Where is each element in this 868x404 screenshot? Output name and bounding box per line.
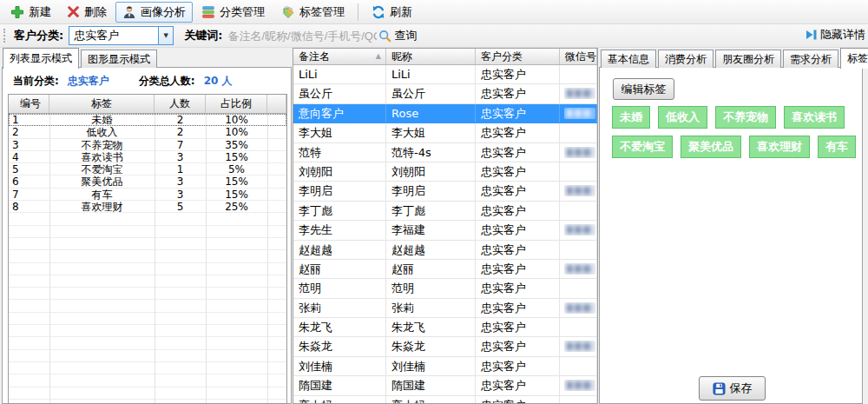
- save-button[interactable]: 保存: [699, 376, 766, 401]
- search-button[interactable]: 查询: [378, 28, 417, 43]
- keyword-label: 关键词:: [184, 28, 222, 43]
- column-header-remark[interactable]: 备注名 ▲: [293, 49, 386, 64]
- profile-analysis-button[interactable]: 画像分析: [115, 2, 193, 23]
- column-header-filler: [267, 95, 286, 113]
- refresh-label: 刷新: [390, 4, 412, 20]
- table-row[interactable]: 4 喜欢读书 3 15%: [9, 151, 286, 163]
- customer-row[interactable]: 刘朝阳 刘朝阳 忠实客户: [293, 162, 597, 182]
- wechat-id-blurred: [564, 224, 595, 235]
- customer-row[interactable]: 刘佳楠 刘佳楠 忠实客户: [293, 357, 597, 376]
- collapse-right-icon: [806, 29, 818, 41]
- tag-chip[interactable]: 低收入: [658, 106, 707, 129]
- customer-row[interactable]: 李明启 李明启 忠实客户: [293, 182, 597, 201]
- customer-row[interactable]: 范特 范特-4s 忠实客户: [293, 143, 597, 162]
- tag-chip[interactable]: 不爱淘宝: [612, 136, 673, 158]
- category-select-value: 忠实客户: [74, 28, 119, 43]
- customer-row[interactable]: 李丁彪 李丁彪 忠实客户: [293, 202, 597, 221]
- toolbar-separator: [358, 3, 358, 21]
- tags-icon: [280, 5, 295, 19]
- edit-tags-button[interactable]: 编辑标签: [613, 78, 674, 100]
- customer-row[interactable]: 隋国建 隋国建 忠实客户: [293, 376, 597, 395]
- tag-manage-label: 标签管理: [299, 4, 345, 20]
- detail-tab[interactable]: 朋友圈分析: [715, 50, 781, 68]
- plus-icon: [10, 5, 24, 19]
- display-mode-tab[interactable]: 图形显示模式: [81, 50, 157, 68]
- table-row[interactable]: 5 不爱淘宝 1 5%: [9, 163, 286, 176]
- toolbar-grip[interactable]: [3, 29, 8, 43]
- detail-tab[interactable]: 标签: [840, 48, 868, 69]
- customer-row[interactable]: 张莉 张莉 忠实客户: [293, 299, 597, 318]
- wechat-id-blurred: [564, 108, 595, 119]
- tag-stats-table-body: 1 未婚 2 10% 2 低收入 2 10% 3 不养宠物: [9, 114, 286, 403]
- edit-tags-label: 编辑标签: [621, 82, 667, 97]
- column-header-no[interactable]: 编号: [9, 95, 49, 113]
- column-header-tag[interactable]: 标签: [49, 95, 155, 113]
- sort-asc-icon: ▲: [376, 49, 381, 64]
- customer-row[interactable]: 李大姐 李大姐 忠实客户: [293, 123, 597, 142]
- new-button[interactable]: 新建: [3, 2, 58, 23]
- tag-chip[interactable]: 不养宠物: [715, 106, 776, 129]
- tag-chip[interactable]: 喜欢读书: [784, 106, 845, 129]
- detail-tab[interactable]: 基本信息: [601, 50, 656, 68]
- column-header-wechat[interactable]: 微信号: [560, 49, 597, 64]
- customer-row[interactable]: 意向客户 Rose 忠实客户: [293, 104, 597, 123]
- table-row[interactable]: 8 喜欢理财 5 25%: [9, 201, 286, 213]
- wechat-id-blurred: [564, 302, 595, 314]
- column-header-count[interactable]: 人数: [155, 95, 206, 113]
- table-row[interactable]: 1 未婚 2 10%: [9, 114, 286, 126]
- profile-analysis-label: 画像分析: [141, 4, 186, 20]
- customer-row[interactable]: 朱龙飞 朱龙飞 忠实客户: [293, 318, 597, 337]
- customer-row[interactable]: 虽公斤 虽公斤 忠实客户: [293, 84, 597, 103]
- display-mode-tab[interactable]: 列表显示模式: [3, 48, 79, 69]
- refresh-button[interactable]: 刷新: [365, 2, 419, 23]
- tag-stats-panel: 当前分类: 忠实客户 分类总人数: 20 人 编号 标签 人数 占比例 1 未婚…: [2, 67, 292, 404]
- category-filter-label: 客户分类:: [14, 28, 63, 43]
- detail-tabs: 基本信息 消费分析 朋友圈分析 需求分析 标签: [601, 48, 868, 68]
- category-bars-icon: [201, 5, 215, 19]
- search-button-label: 查询: [394, 28, 417, 43]
- wechat-id-blurred: [564, 263, 595, 275]
- column-header-category[interactable]: 客户分类: [476, 49, 560, 64]
- new-button-label: 新建: [29, 4, 51, 20]
- wechat-id-blurred: [564, 380, 595, 391]
- tag-manage-button[interactable]: 标签管理: [273, 2, 352, 23]
- category-manage-label: 分类管理: [220, 4, 265, 20]
- hide-details-button[interactable]: 隐藏详情: [806, 27, 865, 43]
- wechat-id-blurred: [564, 88, 595, 99]
- filter-bar: 客户分类: 忠实客户 ▼ 关键词: 查询 隐藏详情: [0, 24, 868, 48]
- refresh-icon: [372, 5, 385, 19]
- customer-row[interactable]: 栾大妈 栾大妈 忠实客户: [293, 396, 597, 404]
- detail-tab[interactable]: 需求分析: [783, 50, 838, 68]
- customer-row[interactable]: 李先生 李福建 忠实客户: [293, 221, 597, 240]
- current-category-value: 忠实客户: [68, 74, 109, 89]
- table-row[interactable]: 3 不养宠物 7 35%: [9, 139, 286, 151]
- floppy-icon: [713, 382, 726, 395]
- column-header-nick[interactable]: 昵称: [386, 49, 476, 64]
- keyword-input[interactable]: [227, 30, 377, 43]
- customer-row[interactable]: 范明 范明 忠实客户: [293, 279, 597, 298]
- detail-tab[interactable]: 消费分析: [658, 50, 713, 68]
- tag-chip[interactable]: 喜欢理财: [749, 136, 810, 158]
- table-row[interactable]: 6 聚美优品 3 15%: [9, 176, 286, 188]
- column-header-ratio[interactable]: 占比例: [206, 95, 267, 113]
- category-manage-button[interactable]: 分类管理: [194, 2, 272, 23]
- total-count-label: 分类总人数:: [139, 74, 195, 89]
- customer-row[interactable]: 朱焱龙 朱焱龙 忠实客户: [293, 337, 597, 356]
- table-row[interactable]: 2 低收入 2 10%: [9, 126, 286, 138]
- left-panel-tabs: 列表显示模式 图形显示模式: [3, 48, 157, 68]
- customer-row[interactable]: 赵丽 赵丽 忠实客户: [293, 260, 597, 279]
- delete-button[interactable]: 删除: [60, 2, 114, 23]
- tag-stats-header: 编号 标签 人数 占比例: [9, 95, 286, 114]
- customer-row[interactable]: 赵超越 赵超越 忠实客户: [293, 241, 597, 260]
- tag-chip[interactable]: 聚美优品: [681, 136, 741, 158]
- tag-chip[interactable]: 未婚: [612, 106, 650, 129]
- wechat-id-blurred: [564, 147, 595, 158]
- tag-chip[interactable]: 有车: [818, 136, 856, 158]
- wechat-id-blurred: [564, 341, 595, 352]
- category-select[interactable]: 忠实客户 ▼: [69, 26, 174, 45]
- tag-chip-list: 未婚 低收入 不养宠物 喜欢读书 不爱淘宝 聚美优品 喜欢理财 有车: [612, 106, 868, 158]
- chevron-down-icon[interactable]: ▼: [158, 27, 173, 44]
- customer-row[interactable]: LiLi LiLi 忠实客户: [293, 65, 597, 84]
- toolbar: 新建 删除 画像分析 分类管理: [0, 0, 868, 24]
- table-row[interactable]: 7 有车 3 15%: [9, 189, 286, 201]
